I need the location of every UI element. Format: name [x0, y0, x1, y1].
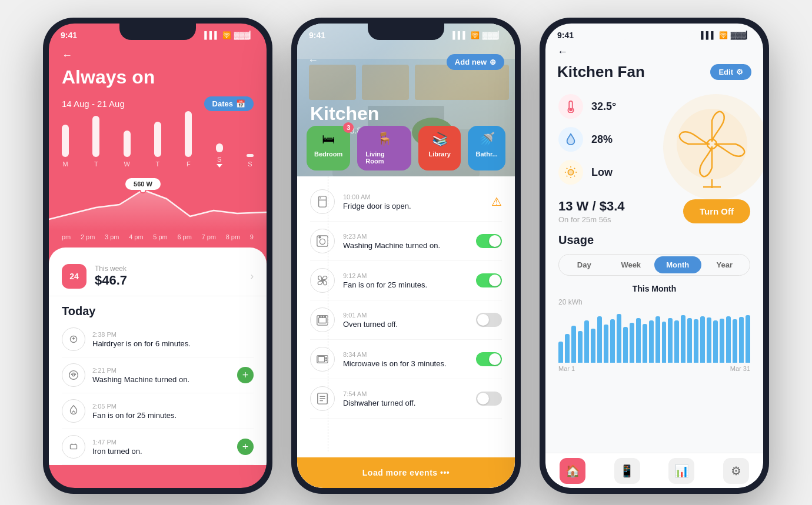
svg-text:560 W: 560 W: [134, 180, 152, 188]
edit-button[interactable]: Edit ⚙: [710, 64, 751, 80]
back-button-3[interactable]: ←: [557, 46, 568, 58]
usage-bar-27: [726, 316, 731, 363]
bathroom-icon: 🚿: [479, 132, 495, 147]
bar-M: M: [62, 125, 69, 168]
turn-off-button[interactable]: Turn Off: [683, 199, 750, 223]
usage-bar-24: [707, 317, 711, 363]
usage-bar-2: [565, 334, 570, 363]
kitchen-hero: 9:41 ▌▌▌ 🛜 ▓▓▓▏ ← Add new ⊕ Kitchen: [297, 24, 515, 176]
event-icon-3: [310, 268, 335, 293]
nav-stats[interactable]: 📊: [668, 458, 694, 484]
usage-bar-19: [674, 320, 679, 363]
event-info-6: 7:54 AM Dishwaher turned off.: [343, 390, 476, 407]
notch-2: [368, 24, 444, 40]
event-icon-6: [310, 386, 335, 411]
event-item-2: 9:23 AM Washing Machine turned on.: [310, 222, 502, 261]
power-info: 13 W / $3.4 On for 25m 56s: [558, 199, 625, 224]
svg-rect-23: [319, 317, 327, 323]
toggle-6[interactable]: [476, 392, 502, 406]
svg-point-24: [320, 316, 321, 317]
fan-title: Kitchen Fan: [557, 63, 645, 81]
usage-tab-week[interactable]: Week: [608, 256, 655, 273]
usage-bar-30: [746, 315, 750, 363]
bar-F: F: [185, 111, 192, 168]
event-item-6: 7:54 AM Dishwaher turned off.: [310, 379, 502, 419]
svg-line-40: [567, 168, 567, 169]
usage-section: Usage Day Week Month Year This Month: [545, 224, 763, 293]
wifi-icon: 🛜: [222, 31, 231, 39]
bar-value-F: [185, 111, 192, 157]
usage-tab-month[interactable]: Month: [654, 256, 701, 273]
wifi-icon-2: 🛜: [471, 31, 480, 39]
phone1-header: ← Always on 14 Aug - 21 Aug Dates 📅: [49, 44, 267, 111]
room-tab-library[interactable]: 📚 Library: [418, 126, 461, 170]
plus-icon: ⊕: [490, 58, 496, 66]
this-month-label: This Month: [558, 284, 750, 293]
usage-bar-16: [655, 316, 660, 363]
kitchen-title: Kitchen: [310, 103, 379, 125]
usage-bar-20: [681, 315, 685, 363]
warning-icon: ⚠: [491, 195, 502, 209]
battery-icon: ▓▓▓▏: [234, 31, 255, 39]
bar-W: W: [124, 131, 131, 168]
dates-button[interactable]: Dates 📅: [204, 96, 254, 111]
load-more-button[interactable]: Load more events •••: [297, 457, 515, 488]
add-new-button[interactable]: Add new ⊕: [447, 54, 504, 70]
svg-line-44: [567, 176, 567, 176]
usage-bar-13: [636, 318, 641, 363]
room-badge-bedroom: 3: [343, 122, 354, 133]
nav-devices[interactable]: 📱: [614, 458, 640, 484]
add-button-2[interactable]: +: [237, 439, 254, 455]
wifi-icon-3: 🛜: [719, 31, 728, 39]
livingroom-icon: 🪑: [377, 132, 392, 147]
event-info-3: 9:12 AM Fan is on for 25 minutes.: [343, 272, 476, 289]
signal-icon-3: ▌▌▌: [701, 31, 716, 39]
toggle-3[interactable]: [476, 273, 502, 287]
phone2-content: 9:41 ▌▌▌ 🛜 ▓▓▓▏ ← Add new ⊕ Kitchen: [297, 24, 515, 488]
usage-bar-29: [739, 317, 744, 363]
nav-settings[interactable]: ⚙: [723, 458, 749, 484]
usage-bar-11: [623, 327, 628, 363]
temperature-value: 32.5°: [591, 101, 616, 113]
usage-tab-year[interactable]: Year: [701, 256, 748, 273]
event-info-5: 8:34 AM Microwave is on for 3 minutes.: [343, 351, 476, 368]
toggle-4[interactable]: [476, 313, 502, 327]
usage-bar-22: [694, 319, 698, 363]
svg-point-25: [322, 316, 323, 317]
gear-icon: ⚙: [736, 68, 743, 76]
sun-value: Low: [591, 166, 613, 179]
svg-point-37: [568, 169, 573, 175]
room-tab-bedroom[interactable]: 3 🛏 Bedroom: [307, 126, 350, 170]
sun-icon: [558, 160, 583, 185]
activity-info-1: 2:38 PM Hairdryer is on for 6 minutes.: [92, 331, 254, 348]
activity-icon-1: [62, 327, 85, 351]
toggle-2[interactable]: [476, 234, 502, 248]
activity-icon-3: [62, 399, 85, 423]
bar-value-T1: [92, 116, 99, 157]
week-row[interactable]: 24 This week $46.7 ›: [49, 257, 267, 296]
phone3: 9:41 ▌▌▌ 🛜 ▓▓▓▏ ← Kitchen Fan Edit ⚙: [540, 18, 769, 494]
usage-bar-chart: [558, 310, 750, 363]
toggle-5[interactable]: [476, 352, 502, 366]
usage-bar-23: [700, 316, 705, 363]
back-button-2[interactable]: ←: [308, 54, 318, 66]
bar-T2: T: [154, 122, 161, 168]
bar-chart: M T W T F: [49, 121, 267, 168]
usage-bar-17: [662, 322, 667, 363]
timeline-line: [328, 176, 328, 452]
library-icon: 📚: [432, 132, 448, 147]
room-tab-bathroom[interactable]: 🚿 Bathr...: [468, 126, 505, 170]
usage-tab-day[interactable]: Day: [561, 256, 608, 273]
event-item-3: 9:12 AM Fan is on for 25 minutes.: [310, 261, 502, 300]
date-row: 14 Aug - 21 Aug Dates 📅: [62, 96, 254, 111]
room-tab-livingroom[interactable]: 🪑 Living Room: [357, 126, 411, 170]
chevron-right-icon: ›: [251, 271, 254, 282]
nav-home[interactable]: 🏠: [560, 458, 585, 484]
add-button-1[interactable]: +: [237, 367, 254, 383]
activity-item-1: 2:38 PM Hairdryer is on for 6 minutes.: [62, 322, 254, 357]
usage-tabs: Day Week Month Year: [558, 254, 750, 276]
usage-bar-1: [558, 342, 563, 363]
phone1-title: Always on: [62, 66, 254, 88]
bottom-nav: 🏠 📱 📊 ⚙: [545, 453, 763, 488]
back-button-1[interactable]: ←: [62, 49, 254, 62]
